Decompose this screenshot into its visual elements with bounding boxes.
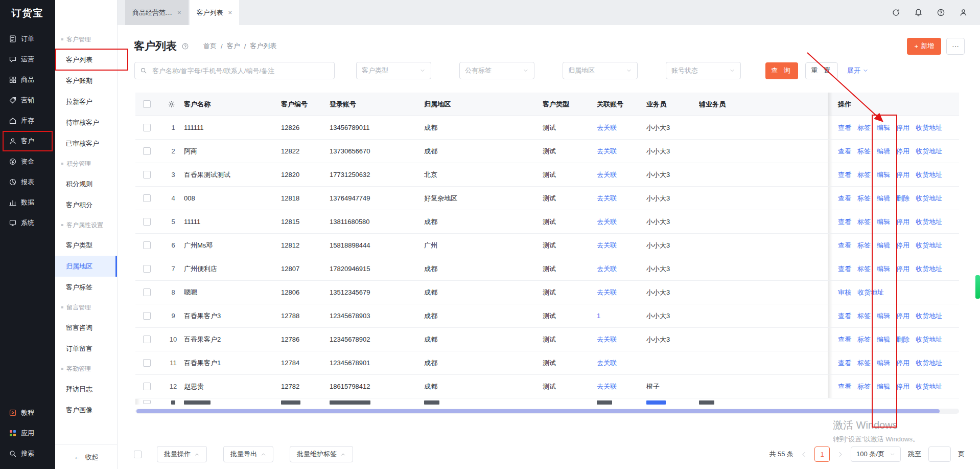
row-action-link[interactable]: 查看	[838, 264, 851, 274]
link-account-action[interactable]: 1	[597, 312, 646, 320]
row-checkbox[interactable]	[143, 218, 151, 226]
refresh-icon[interactable]	[892, 8, 900, 17]
row-action-link[interactable]: 查看	[838, 123, 851, 132]
customer-search-input[interactable]	[151, 66, 329, 75]
primary-nav-item-customer[interactable]: 客户	[0, 131, 55, 151]
primary-nav-item-funds[interactable]: 资金	[0, 151, 55, 172]
row-checkbox[interactable]	[143, 359, 151, 367]
row-action-link[interactable]: 删除	[896, 194, 909, 203]
secondary-nav-item[interactable]: 客户列表	[55, 49, 117, 70]
filter-select-0[interactable]: 客户类型	[356, 62, 431, 79]
tab-close-icon[interactable]: ×	[228, 9, 232, 16]
batch-button-1[interactable]: 批量导出	[223, 446, 273, 462]
row-action-link[interactable]: 标签	[857, 147, 871, 156]
page-help-icon[interactable]	[181, 42, 189, 50]
row-action-link[interactable]: 编辑	[877, 382, 890, 391]
primary-nav-item-data[interactable]: 数据	[0, 192, 55, 213]
row-action-link[interactable]: 标签	[857, 335, 871, 344]
secondary-nav-item[interactable]: 订单留言	[55, 338, 117, 359]
row-action-link[interactable]: 编辑	[877, 359, 890, 368]
row-checkbox[interactable]	[143, 383, 151, 390]
row-action-link[interactable]: 查看	[838, 335, 851, 344]
row-action-link[interactable]: 编辑	[877, 123, 890, 132]
row-action-link[interactable]: 收货地址	[916, 170, 942, 180]
link-account-action[interactable]: 去关联	[597, 241, 646, 250]
secondary-nav-item[interactable]: 积分规则	[55, 173, 117, 194]
row-checkbox[interactable]	[143, 312, 151, 320]
row-action-link[interactable]: 标签	[857, 359, 871, 368]
link-account-action[interactable]: 去关联	[597, 264, 646, 274]
primary-nav-item-goods[interactable]: 商品	[0, 70, 55, 90]
row-action-link[interactable]: 编辑	[877, 241, 890, 250]
primary-nav-item-marketing[interactable]: 营销	[0, 90, 55, 110]
filter-select-2[interactable]: 归属地区	[563, 62, 638, 79]
row-action-link[interactable]: 停用	[896, 147, 909, 156]
row-action-link[interactable]: 收货地址	[916, 382, 942, 391]
row-checkbox[interactable]	[143, 147, 151, 155]
row-action-link[interactable]: 标签	[857, 170, 871, 180]
row-checkbox[interactable]	[143, 241, 151, 249]
row-action-link[interactable]: 查看	[838, 147, 851, 156]
row-action-link[interactable]: 收货地址	[916, 335, 942, 344]
breadcrumb-item[interactable]: 首页	[203, 41, 217, 51]
batch-button-0[interactable]: 批量操作	[157, 446, 207, 462]
row-action-link[interactable]: 收货地址	[916, 359, 942, 368]
row-action-link[interactable]: 收货地址	[916, 311, 942, 321]
prev-page-button[interactable]	[801, 451, 807, 458]
row-action-link[interactable]: 查看	[838, 382, 851, 391]
tab-item[interactable]: 商品经营范…×	[125, 0, 189, 25]
row-checkbox[interactable]	[143, 171, 151, 178]
secondary-nav-item[interactable]: 客户画像	[55, 399, 117, 420]
row-action-link[interactable]: 标签	[857, 241, 871, 250]
row-action-link[interactable]: 查看	[838, 241, 851, 250]
link-account-action[interactable]: 去关联	[597, 217, 646, 227]
link-account-action[interactable]: 去关联	[597, 123, 646, 132]
more-actions-button[interactable]: ···	[946, 38, 965, 55]
row-action-link[interactable]: 停用	[896, 241, 909, 250]
secondary-nav-item[interactable]: 客户类型	[55, 235, 117, 256]
secondary-nav-item[interactable]: 留言咨询	[55, 317, 117, 338]
gear-icon[interactable]	[168, 100, 175, 108]
batch-button-2[interactable]: 批量维护标签	[290, 446, 353, 462]
expand-filters-link[interactable]: 展开	[847, 66, 869, 75]
secondary-nav-item[interactable]: 已审核客户	[55, 133, 117, 154]
filter-select-3[interactable]: 账号状态	[666, 62, 741, 79]
row-action-link[interactable]: 收货地址	[916, 147, 942, 156]
row-action-link[interactable]: 查看	[838, 217, 851, 227]
reset-button[interactable]: 重 置	[805, 62, 838, 79]
row-action-link[interactable]: 编辑	[877, 335, 890, 344]
primary-nav-item-tutorial[interactable]: 教程	[0, 403, 55, 423]
row-action-link[interactable]: 停用	[896, 217, 909, 227]
row-action-link[interactable]: 停用	[896, 359, 909, 368]
row-action-link[interactable]: 查看	[838, 311, 851, 321]
secondary-nav-item[interactable]: 待审核客户	[55, 112, 117, 133]
row-action-link[interactable]: 标签	[857, 382, 871, 391]
primary-nav-item-inventory[interactable]: 库存	[0, 110, 55, 131]
query-button[interactable]: 查 询	[765, 62, 798, 79]
row-action-link[interactable]: 编辑	[877, 147, 890, 156]
row-action-link[interactable]: 删除	[896, 335, 909, 344]
horizontal-scrollbar[interactable]	[135, 409, 959, 414]
current-page-button[interactable]: 1	[814, 446, 830, 462]
row-checkbox[interactable]	[143, 265, 151, 273]
row-action-link[interactable]: 编辑	[877, 194, 890, 203]
row-action-link[interactable]: 收货地址	[916, 264, 942, 274]
select-all-checkbox[interactable]	[143, 100, 151, 108]
row-action-link[interactable]: 停用	[896, 170, 909, 180]
primary-nav-item-system[interactable]: 系统	[0, 213, 55, 233]
user-icon[interactable]	[959, 8, 968, 17]
row-action-link[interactable]: 审核	[838, 288, 851, 297]
link-account-action[interactable]: 去关联	[597, 194, 646, 203]
filter-select-1[interactable]: 公有标签	[459, 62, 534, 79]
link-account-action[interactable]: 去关联	[597, 170, 646, 180]
help-icon[interactable]	[937, 8, 945, 17]
edge-scroll-indicator[interactable]	[975, 275, 980, 299]
link-account-action[interactable]: 去关联	[597, 288, 646, 297]
row-action-link[interactable]: 查看	[838, 359, 851, 368]
secondary-nav-item[interactable]: 客户积分	[55, 194, 117, 215]
row-action-link[interactable]: 标签	[857, 123, 871, 132]
secondary-nav-item[interactable]: 拜访日志	[55, 378, 117, 399]
primary-nav-item-search[interactable]: 搜索	[0, 443, 55, 464]
row-action-link[interactable]: 收货地址	[916, 241, 942, 250]
add-customer-button[interactable]: + 新增	[907, 38, 941, 55]
